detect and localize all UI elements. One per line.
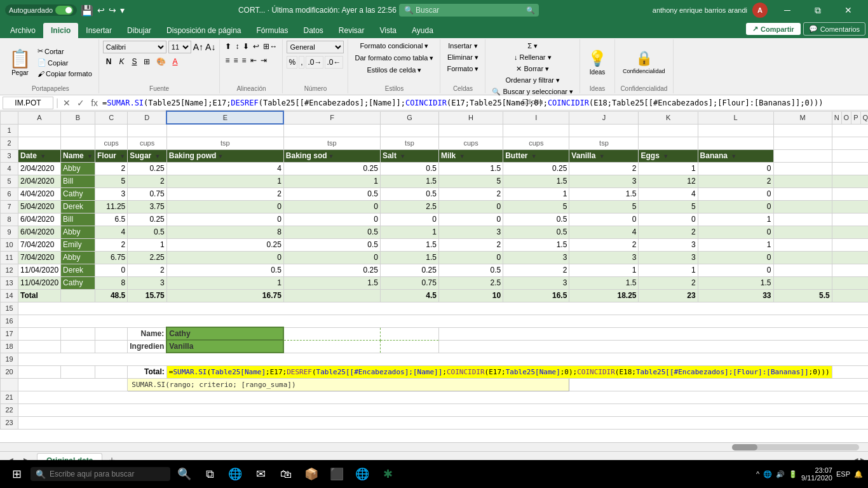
cell-h18[interactable] [438, 340, 868, 353]
align-top-icon[interactable]: ⬆ [224, 41, 233, 52]
cell-h2[interactable]: cups [438, 137, 503, 149]
cell-h10[interactable]: 2 [438, 238, 503, 251]
cell-d8[interactable]: 0.25 [128, 213, 167, 226]
cell-n3[interactable] [832, 149, 868, 162]
taskbar-clock[interactable]: 23:07 9/11/2020 [801, 466, 832, 482]
tab-ayuda[interactable]: Ayuda [404, 23, 441, 38]
cell-j5[interactable]: 3 [569, 175, 639, 187]
cell-c6[interactable]: 3 [95, 187, 128, 200]
cell-j9[interactable]: 4 [569, 226, 639, 238]
cell-m6[interactable] [773, 187, 832, 200]
cell-b6[interactable]: Cathy [61, 187, 95, 200]
cell-i12[interactable]: 2 [503, 264, 569, 276]
cell-d12[interactable]: 2 [128, 264, 167, 276]
cell-c18[interactable] [95, 340, 128, 353]
cell-l1[interactable] [698, 124, 773, 137]
cell-g1[interactable] [380, 124, 438, 137]
cell-i13[interactable]: 3 [503, 276, 569, 289]
cell-g7[interactable]: 2.5 [380, 200, 438, 213]
cell-b17[interactable] [61, 327, 95, 340]
cell-c13[interactable]: 8 [95, 276, 128, 289]
cell-h12[interactable]: 0.5 [438, 264, 503, 276]
cell-f5[interactable]: 1 [283, 175, 380, 187]
name-box[interactable] [3, 97, 53, 109]
cell-a18[interactable] [18, 340, 61, 353]
cell-c14[interactable]: 48.5 [95, 289, 128, 302]
cell-n14[interactable] [832, 289, 868, 302]
bold-button[interactable]: N [103, 56, 115, 67]
col-baking-soda[interactable]: Baking sod▼ [283, 149, 380, 162]
cell-d6[interactable]: 0.75 [128, 187, 167, 200]
cell-h6[interactable]: 2 [438, 187, 503, 200]
taskbar-notification-icon[interactable]: 🔔 [854, 470, 863, 478]
cell-l9[interactable]: 0 [698, 226, 773, 238]
cell-g6[interactable]: 0.5 [380, 187, 438, 200]
cell-a11[interactable]: 7/04/2020 [18, 251, 61, 264]
find-select-button[interactable]: 🔍 Buscar y seleccionar ▾ [489, 86, 576, 97]
tab-inicio[interactable]: Inicio [43, 23, 78, 38]
cell-n11[interactable] [832, 251, 868, 264]
cell-k9[interactable]: 2 [639, 226, 698, 238]
autosum-button[interactable]: Σ ▾ [525, 41, 540, 51]
cell-h7[interactable]: 0 [438, 200, 503, 213]
cell-l11[interactable]: 0 [698, 251, 773, 264]
cell-j14[interactable]: 18.25 [569, 289, 639, 302]
font-color-button[interactable]: A [170, 57, 180, 67]
col-header-g[interactable]: G [380, 111, 438, 124]
cell-n6[interactable] [832, 187, 868, 200]
col-name[interactable]: Name ▼ [61, 149, 95, 162]
cell-e10[interactable]: 0.25 [166, 238, 283, 251]
cell-j11[interactable]: 3 [569, 251, 639, 264]
cell-a15[interactable] [18, 302, 869, 315]
cell-m3[interactable] [773, 149, 832, 162]
format-painter-button[interactable]: 🖌 Copiar formato [35, 69, 95, 79]
taskbar-edge[interactable]: 🌐 [224, 463, 247, 485]
cell-d14[interactable]: 15.75 [128, 289, 167, 302]
cell-b13[interactable]: Cathy [61, 276, 95, 289]
cell-d20[interactable]: Total: [128, 365, 167, 378]
cell-m12[interactable] [773, 264, 832, 276]
cell-g17[interactable] [380, 327, 438, 340]
cell-f17[interactable] [283, 327, 380, 340]
col-flour[interactable]: Flour ▼ [95, 149, 128, 162]
col-header-p[interactable]: P [851, 111, 860, 124]
cell-f1[interactable] [283, 124, 380, 137]
cell-d11[interactable]: 2.25 [128, 251, 167, 264]
merge-center-icon[interactable]: ⊞↔ [262, 41, 278, 52]
cell-i6[interactable]: 1 [503, 187, 569, 200]
cell-h1[interactable] [438, 124, 503, 137]
cell-g12[interactable]: 0.25 [380, 264, 438, 276]
cell-a2[interactable] [18, 137, 61, 149]
cell-i9[interactable]: 0.5 [503, 226, 569, 238]
comma-icon[interactable]: , [299, 56, 304, 69]
scroll-thumb[interactable] [732, 444, 757, 451]
align-center-icon[interactable]: ≡ [232, 55, 239, 66]
cell-b14[interactable] [61, 289, 95, 302]
taskbar-store[interactable]: 🛍 [275, 463, 297, 485]
col-header-d[interactable]: D [128, 111, 167, 124]
cell-m1[interactable] [773, 124, 832, 137]
cell-d13[interactable]: 3 [128, 276, 167, 289]
cell-a1[interactable] [18, 124, 61, 137]
cell-a17[interactable] [18, 327, 61, 340]
increase-indent-icon[interactable]: ⇥ [259, 55, 268, 66]
cell-d2[interactable]: cups [128, 137, 167, 149]
border-button[interactable]: ⊞ [141, 57, 153, 67]
cell-a20[interactable] [18, 365, 61, 378]
cell-f4[interactable]: 0.25 [283, 162, 380, 175]
cell-l7[interactable]: 0 [698, 200, 773, 213]
tab-revisar[interactable]: Revisar [331, 23, 372, 38]
cell-a12[interactable]: 11/04/2020 [18, 264, 61, 276]
cell-c11[interactable]: 6.75 [95, 251, 128, 264]
cell-d4[interactable]: 0.25 [128, 162, 167, 175]
cell-a19[interactable] [18, 353, 869, 365]
undo-icon[interactable]: ↩ [97, 5, 105, 15]
align-middle-icon[interactable]: ↕ [234, 41, 240, 52]
cell-l6[interactable]: 0 [698, 187, 773, 200]
cell-styles-button[interactable]: Estilos de celda ▾ [364, 65, 424, 76]
cell-k7[interactable]: 5 [639, 200, 698, 213]
cell-f9[interactable]: 0.5 [283, 226, 380, 238]
cell-f6[interactable]: 0.5 [283, 187, 380, 200]
col-header-m[interactable]: M [773, 111, 832, 124]
cell-e14[interactable]: 16.75 [166, 289, 283, 302]
